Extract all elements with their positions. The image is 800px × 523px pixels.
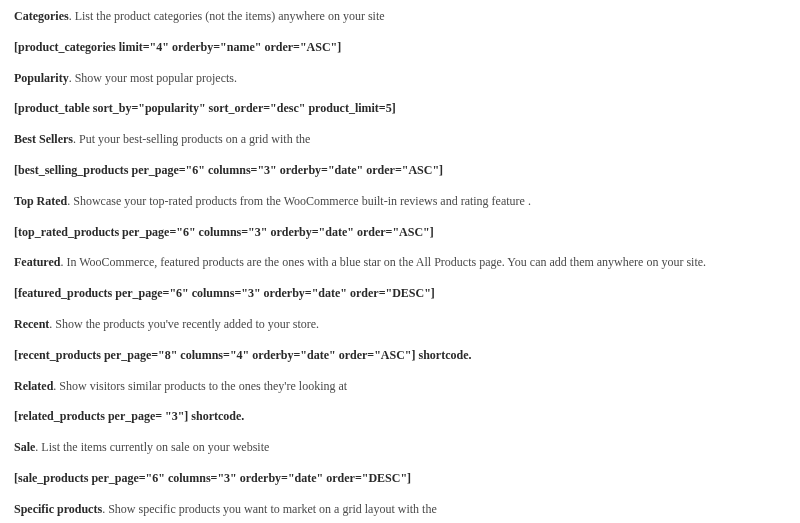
shortcode-line: [recent_products per_page="8" columns="4… [14, 347, 786, 364]
section-description: Related. Show visitors similar products … [14, 378, 786, 395]
shortcode-line: [featured_products per_page="6" columns=… [14, 285, 786, 302]
section-desc-text: . In WooCommerce, featured products are … [60, 255, 706, 269]
shortcode-line: [sale_products per_page="6" columns="3" … [14, 470, 786, 487]
section-description: Popularity. Show your most popular proje… [14, 70, 786, 87]
section-title: Top Rated [14, 194, 67, 208]
section-title: Specific products [14, 502, 102, 516]
shortcode-line: [top_rated_products per_page="6" columns… [14, 224, 786, 241]
section-desc-text: . Show specific products you want to mar… [102, 502, 437, 516]
shortcode-line: [related_products per_page= "3"] shortco… [14, 408, 786, 425]
section-description: Top Rated. Showcase your top-rated produ… [14, 193, 786, 210]
section-title: Featured [14, 255, 60, 269]
section-title: Recent [14, 317, 49, 331]
section-description: Best Sellers. Put your best-selling prod… [14, 131, 786, 148]
section-description: Specific products. Show specific product… [14, 501, 786, 518]
shortcode-line: [best_selling_products per_page="6" colu… [14, 162, 786, 179]
section-title: Sale [14, 440, 35, 454]
section-desc-text: . Show your most popular projects. [69, 71, 237, 85]
section-title: Best Sellers [14, 132, 73, 146]
section-title: Related [14, 379, 53, 393]
section-desc-text: . Showcase your top-rated products from … [67, 194, 531, 208]
document-body: Categories. List the product categories … [14, 8, 786, 523]
section-desc-text: . Put your best-selling products on a gr… [73, 132, 310, 146]
shortcode-line: [product_categories limit="4" orderby="n… [14, 39, 786, 56]
section-title: Categories [14, 9, 69, 23]
section-desc-text: . List the items currently on sale on yo… [35, 440, 269, 454]
shortcode-line: [product_table sort_by="popularity" sort… [14, 100, 786, 117]
section-desc-text: . List the product categories (not the i… [69, 9, 385, 23]
section-description: Featured. In WooCommerce, featured produ… [14, 254, 786, 271]
section-desc-text: . Show the products you've recently adde… [49, 317, 319, 331]
section-desc-text: . Show visitors similar products to the … [53, 379, 347, 393]
section-description: Categories. List the product categories … [14, 8, 786, 25]
section-title: Popularity [14, 71, 69, 85]
section-description: Recent. Show the products you've recentl… [14, 316, 786, 333]
section-description: Sale. List the items currently on sale o… [14, 439, 786, 456]
